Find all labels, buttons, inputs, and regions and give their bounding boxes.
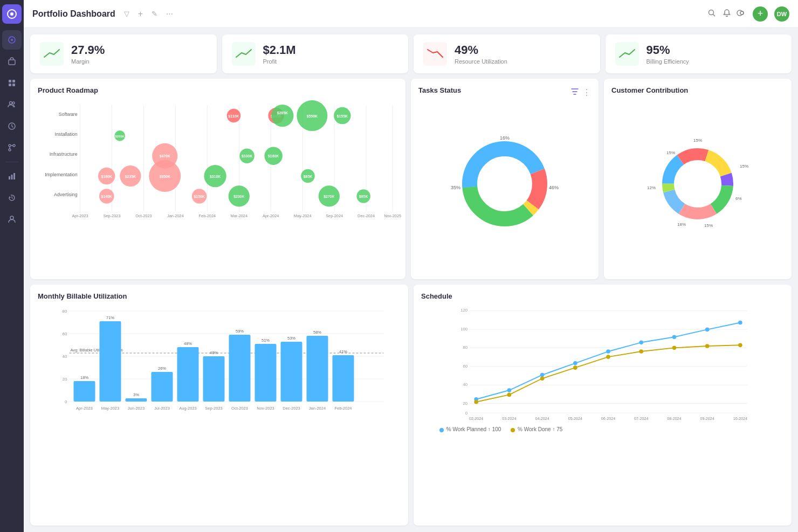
- sidebar-logo[interactable]: [2, 4, 22, 24]
- product-roadmap-title: Product Roadmap: [38, 86, 398, 94]
- svg-text:02-2024: 02-2024: [469, 417, 483, 422]
- svg-rect-6: [12, 80, 15, 82]
- svg-text:$235K: $235K: [125, 175, 136, 179]
- svg-text:12%: 12%: [647, 185, 656, 190]
- svg-text:$950K: $950K: [160, 175, 170, 179]
- svg-text:Dec-2024: Dec-2024: [357, 213, 375, 218]
- svg-text:40%: 40%: [210, 350, 218, 355]
- svg-point-181: [507, 393, 512, 397]
- svg-text:80: 80: [63, 309, 67, 314]
- svg-text:Installation: Installation: [54, 132, 77, 137]
- svg-text:Feb-2024: Feb-2024: [199, 213, 216, 218]
- svg-point-184: [606, 355, 610, 360]
- svg-text:60: 60: [463, 364, 467, 369]
- svg-text:Nov-2023: Nov-2023: [257, 406, 274, 411]
- svg-text:08-2024: 08-2024: [667, 417, 681, 422]
- tasks-status-title: Tasks Status: [418, 86, 461, 94]
- sidebar-item-person[interactable]: [2, 210, 22, 229]
- svg-rect-7: [9, 84, 11, 86]
- svg-text:07-2024: 07-2024: [634, 417, 648, 422]
- tasks-more-icon[interactable]: ⋮: [582, 87, 591, 98]
- svg-text:53%: 53%: [287, 336, 295, 341]
- user-avatar[interactable]: DW: [774, 6, 789, 22]
- monthly-billable-title: Monthly Billable Utilization: [38, 292, 401, 300]
- svg-text:09-2024: 09-2024: [700, 417, 714, 422]
- kpi-resource: 49% Resource Utilization: [414, 34, 600, 73]
- at-icon[interactable]: [738, 9, 746, 19]
- header: Portfolio Dashboard ▽ + ✎ ⋯ + DW: [24, 0, 798, 28]
- product-roadmap-chart: Software Installation Infrastructure Imp…: [38, 99, 398, 228]
- svg-text:Apr-2024: Apr-2024: [263, 213, 279, 218]
- sidebar-item-git[interactable]: [2, 138, 22, 157]
- more-icon[interactable]: ⋯: [164, 8, 175, 20]
- svg-text:6%: 6%: [735, 196, 742, 201]
- sidebar-item-briefcase[interactable]: [2, 52, 22, 71]
- svg-point-183: [573, 366, 577, 370]
- svg-text:Sep-2023: Sep-2023: [205, 406, 223, 411]
- svg-point-188: [738, 343, 742, 348]
- search-icon[interactable]: [707, 9, 716, 19]
- svg-text:$180K: $180K: [268, 154, 279, 158]
- margin-label: Margin: [71, 58, 105, 65]
- customer-donut-chart: 15% 15% 6% 15% 18% 12% 15%: [646, 133, 749, 235]
- svg-text:04-2024: 04-2024: [535, 417, 549, 422]
- sidebar-item-chart[interactable]: [2, 167, 22, 186]
- charts-row: Product Roadmap Software In: [30, 79, 792, 279]
- notification-icon[interactable]: [723, 9, 731, 19]
- tasks-donut-chart: 16% 46% 35%: [451, 130, 559, 238]
- svg-text:Jun-2023: Jun-2023: [128, 406, 145, 411]
- svg-text:Infrastructure: Infrastructure: [50, 151, 78, 157]
- svg-rect-4: [9, 60, 15, 65]
- svg-rect-136: [229, 335, 251, 402]
- add-icon[interactable]: +: [136, 7, 145, 21]
- monthly-billable-card: Monthly Billable Utilization 80 60 40 20…: [30, 285, 408, 526]
- svg-point-1: [10, 12, 13, 16]
- svg-text:Nov-2025: Nov-2025: [384, 213, 401, 218]
- svg-text:Oct-2023: Oct-2023: [135, 213, 152, 218]
- sidebar-item-clock[interactable]: [2, 116, 22, 136]
- svg-text:$230K: $230K: [233, 195, 244, 199]
- svg-text:41%: 41%: [339, 349, 347, 354]
- bottom-row: Monthly Billable Utilization 80 60 40 20…: [30, 285, 792, 526]
- svg-text:71%: 71%: [106, 315, 114, 320]
- sidebar-item-users[interactable]: [2, 95, 22, 114]
- svg-point-179: [738, 321, 742, 325]
- svg-text:18%: 18%: [677, 222, 686, 227]
- svg-rect-17: [13, 173, 15, 179]
- kpi-billing: 95% Billing Efficiency: [606, 34, 792, 73]
- legend-planned: % Work Planned ↑ 100: [438, 426, 501, 432]
- schedule-legend: % Work Planned ↑ 100 % Work Done ↑ 75: [438, 426, 784, 432]
- svg-text:Jan-2024: Jan-2024: [309, 406, 326, 411]
- svg-text:35%: 35%: [451, 185, 460, 190]
- tasks-filter-icon[interactable]: [570, 87, 579, 98]
- sidebar-item-grid[interactable]: [2, 73, 22, 93]
- page-title: Portfolio Dashboard: [32, 9, 115, 19]
- sidebar-item-home[interactable]: [2, 30, 22, 50]
- svg-rect-5: [9, 80, 11, 82]
- svg-rect-132: [177, 347, 199, 402]
- billing-label: Billing Efficiency: [646, 58, 689, 65]
- svg-text:$155K: $155K: [337, 114, 348, 119]
- svg-text:60: 60: [63, 331, 67, 336]
- edit-icon[interactable]: ✎: [149, 8, 160, 20]
- main-content: Portfolio Dashboard ▽ + ✎ ⋯ + DW: [24, 0, 798, 532]
- svg-text:46%: 46%: [549, 185, 559, 190]
- header-actions: + DW: [707, 6, 789, 22]
- svg-text:Sep-2023: Sep-2023: [104, 213, 121, 218]
- svg-point-176: [639, 341, 643, 345]
- svg-point-199: [511, 428, 515, 432]
- svg-point-177: [672, 335, 677, 340]
- add-dashboard-button[interactable]: +: [753, 6, 768, 22]
- svg-text:58%: 58%: [313, 330, 321, 335]
- kpi-profit: $2.1M Profit: [222, 34, 409, 73]
- svg-point-178: [705, 328, 710, 332]
- svg-rect-140: [281, 342, 302, 402]
- filter-icon[interactable]: ▽: [122, 8, 132, 20]
- svg-point-186: [672, 346, 677, 350]
- svg-text:03-2024: 03-2024: [502, 417, 516, 422]
- tasks-donut-container: 16% 46% 35%: [418, 99, 591, 269]
- sidebar-item-history[interactable]: [2, 188, 22, 208]
- svg-text:$470K: $470K: [160, 154, 170, 158]
- svg-point-9: [10, 102, 12, 105]
- svg-rect-144: [333, 355, 354, 402]
